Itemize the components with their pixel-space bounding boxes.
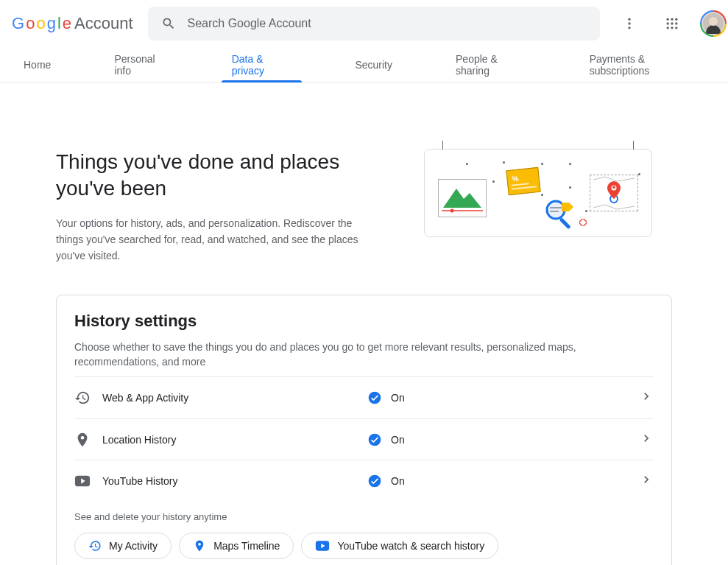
- svg-point-4: [671, 18, 673, 21]
- row-status: On: [367, 474, 405, 488]
- svg-point-3: [666, 18, 668, 21]
- page-intro: Things you've done and places you've bee…: [56, 149, 672, 264]
- illus-coupon-card: %: [506, 167, 540, 195]
- history-icon: [74, 390, 102, 406]
- page-title: Things you've done and places you've bee…: [56, 149, 380, 202]
- apps-grid-icon: [665, 16, 679, 31]
- chevron-right-icon: [639, 389, 654, 407]
- avatar-inner: [703, 13, 724, 34]
- google-apps-button[interactable]: [657, 9, 687, 38]
- logo-product-label: Account: [74, 14, 133, 33]
- svg-marker-12: [443, 189, 481, 208]
- row-status-text: On: [391, 434, 405, 446]
- row-status-text: On: [391, 475, 405, 487]
- svg-point-0: [628, 18, 630, 21]
- chip-youtube-history[interactable]: YouTube watch & search history: [301, 533, 498, 559]
- chip-my-activity[interactable]: My Activity: [74, 533, 172, 559]
- tab-payments-subscriptions[interactable]: Payments & subscriptions: [570, 47, 715, 82]
- search-bar[interactable]: [148, 7, 600, 41]
- card-footnote: See and delete your history anytime: [74, 511, 654, 522]
- history-rows: Web & App Activity On Location History O…: [74, 376, 654, 501]
- search-icon: [161, 16, 176, 31]
- chip-label: Maps Timeline: [213, 540, 280, 552]
- card-description: Choose whether to save the things you do…: [74, 340, 654, 369]
- row-label: Web & App Activity: [102, 392, 367, 404]
- svg-point-9: [666, 27, 668, 29]
- illus-image-card: [438, 179, 487, 217]
- chip-label: My Activity: [109, 540, 158, 552]
- svg-rect-20: [550, 211, 559, 212]
- row-label: YouTube History: [102, 475, 367, 487]
- row-status-text: On: [391, 392, 405, 404]
- svg-rect-18: [559, 217, 570, 229]
- svg-point-14: [450, 209, 454, 213]
- shortcut-chips: My Activity Maps Timeline YouTube watch …: [74, 533, 654, 559]
- pin-icon: [74, 432, 102, 448]
- row-web-app-activity[interactable]: Web & App Activity On: [74, 377, 654, 418]
- pin-icon: [193, 539, 206, 552]
- chip-maps-timeline[interactable]: Maps Timeline: [179, 533, 294, 559]
- account-avatar[interactable]: [700, 10, 727, 37]
- history-settings-card: History settings Choose whether to save …: [56, 295, 672, 565]
- vertical-dots-icon: [622, 16, 637, 31]
- tab-personal-info[interactable]: Personal info: [95, 47, 187, 82]
- svg-point-5: [675, 18, 677, 21]
- nav-tabs: Home Personal info Data & privacy Securi…: [0, 47, 728, 83]
- illus-tag-icon: [560, 201, 575, 213]
- page-subtitle: Your options for history, ads, and perso…: [56, 215, 380, 264]
- check-circle-icon: [367, 390, 382, 405]
- row-status: On: [367, 432, 405, 447]
- svg-rect-21: [579, 219, 587, 226]
- check-circle-icon: [367, 432, 382, 447]
- svg-point-22: [369, 392, 381, 404]
- tab-data-privacy[interactable]: Data & privacy: [213, 47, 311, 82]
- illus-map-card: [590, 175, 638, 211]
- svg-point-8: [675, 22, 677, 24]
- history-icon: [88, 539, 102, 552]
- chevron-right-icon: [639, 431, 654, 449]
- header-actions: [615, 9, 727, 38]
- row-location-history[interactable]: Location History On: [74, 418, 654, 460]
- hero-illustration: %: [424, 149, 652, 237]
- page-content: Things you've done and places you've bee…: [0, 83, 728, 565]
- svg-point-11: [675, 27, 677, 29]
- tab-people-sharing[interactable]: People & sharing: [437, 47, 545, 82]
- youtube-icon: [315, 540, 330, 552]
- check-circle-icon: [367, 474, 382, 488]
- row-label: Location History: [102, 434, 367, 446]
- youtube-icon: [74, 474, 102, 488]
- row-status: On: [367, 390, 405, 405]
- svg-point-1: [628, 22, 630, 24]
- tab-home[interactable]: Home: [13, 47, 70, 82]
- svg-point-26: [369, 474, 381, 487]
- search-input[interactable]: [188, 17, 587, 30]
- chip-label: YouTube watch & search history: [337, 540, 484, 552]
- more-options-button[interactable]: [615, 9, 644, 38]
- svg-point-10: [671, 27, 673, 29]
- chevron-right-icon: [639, 472, 654, 490]
- google-account-logo[interactable]: Google Account: [12, 14, 133, 33]
- svg-point-2: [628, 27, 630, 29]
- svg-point-7: [671, 22, 673, 24]
- card-title: History settings: [74, 312, 654, 331]
- row-youtube-history[interactable]: YouTube History On: [74, 460, 654, 501]
- svg-point-23: [369, 433, 381, 446]
- svg-point-6: [666, 22, 668, 24]
- header: Google Account: [0, 0, 728, 47]
- illus-diamond-icon: [579, 219, 587, 226]
- tab-security[interactable]: Security: [336, 47, 411, 82]
